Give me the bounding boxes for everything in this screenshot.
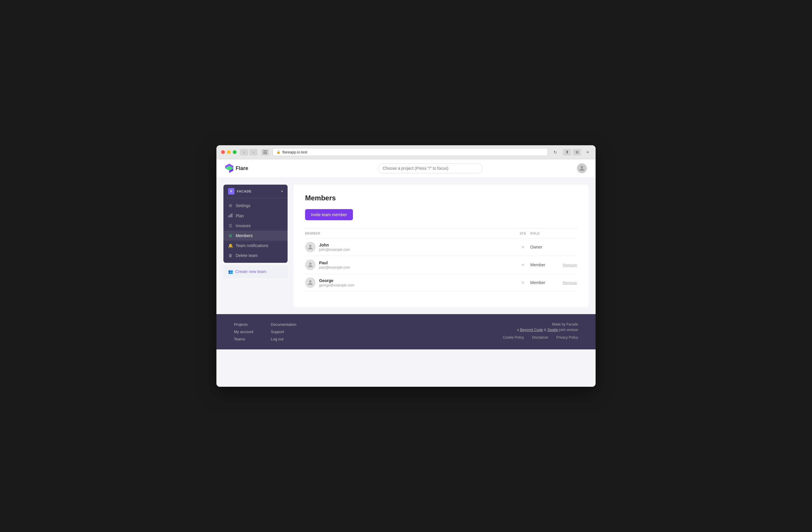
footer-col-1: Projects My account Teams [234,322,253,341]
2fa-george: ✕ [516,280,530,285]
sidebar-item-plan[interactable]: Plan [223,211,288,221]
create-new-team[interactable]: 👥 Create new team [223,265,288,278]
top-nav: Flare [216,159,596,178]
add-team-icon: 👥 [228,269,233,274]
member-email-george: george@example.com [319,283,354,287]
chevron-down-icon: ▾ [281,189,283,193]
browser-actions: ⬆ ⧉ [563,149,581,156]
lock-icon: 🔒 [276,150,280,154]
col-role-header: ROLE [530,232,577,235]
footer-link-cookie-policy[interactable]: Cookie Policy [503,335,524,340]
reload-button[interactable]: ↻ [551,149,560,156]
footer-separator-1: · [527,335,528,340]
sidebar-item-label-delete: Delete team [236,253,258,258]
avatar-john [305,242,316,252]
share-button[interactable]: ⬆ [563,149,571,156]
svg-point-9 [309,262,311,265]
footer-left: Projects My account Teams Documentation … [234,322,296,341]
sidebar-item-team-notifications[interactable]: 🔔 Team notifications [223,241,288,250]
invite-team-member-button[interactable]: Invite team member [305,209,353,220]
footer-link-spatie[interactable]: Spatie [547,328,558,332]
address-bar[interactable]: 🔒 flareapp.io.test [273,148,548,156]
role-text-george: Member [530,280,545,285]
footer-link-projects[interactable]: Projects [234,322,253,327]
footer-link-beyond-code[interactable]: Beyond Code [520,328,543,332]
browser-window: ‹ › 🔒 flareapp.io.test ↻ ⬆ ⧉ + [216,145,596,387]
svg-rect-5 [230,215,230,217]
main-content: Members Invite team member MEMBER 2FA RO… [293,185,589,307]
sidebar-item-label-settings: Settings [236,203,250,208]
member-email-paul: paul@example.com [319,265,350,270]
table-row: John john@example.com ✕ Owner [305,238,577,256]
role-text-john: Owner [530,245,542,249]
avatar-paul [305,260,316,270]
footer-link-support[interactable]: Support [271,330,296,334]
sidebar-item-label-notifications: Team notifications [236,243,268,248]
sidebar-item-label-plan: Plan [236,214,244,218]
footer-link-logout[interactable]: Log out [271,337,296,341]
table-row: George george@example.com ✕ Member Remov… [305,274,577,292]
sidebar-toggle-button[interactable] [261,149,269,156]
svg-rect-4 [228,216,229,217]
footer-link-documentation[interactable]: Documentation [271,322,296,327]
forward-button[interactable]: › [249,149,258,156]
main-layout: F FACADE ▾ ⚙ Settings [216,178,596,314]
sidebar: F FACADE ▾ ⚙ Settings [223,185,288,278]
page-title: Members [305,194,577,202]
footer-made-by: Made by Facade [503,322,578,326]
footer-legal: Cookie Policy · Disclaimer · Privacy Pol… [503,335,578,340]
close-button[interactable] [221,150,225,154]
sidebar-nav: ⚙ Settings [223,198,288,263]
sidebar-team-header[interactable]: F FACADE ▾ [223,185,288,198]
svg-point-8 [309,245,311,247]
split-button[interactable]: ⧉ [573,149,581,156]
maximize-button[interactable] [233,150,236,154]
member-info-george: George george@example.com [305,277,516,288]
project-search [284,163,577,173]
svg-rect-0 [263,150,267,151]
footer-link-teams[interactable]: Teams [234,337,253,341]
member-details-john: John john@example.com [319,243,350,252]
footer-link-my-account[interactable]: My account [234,330,253,334]
user-avatar[interactable] [577,163,587,173]
footer-venture: a Beyond Code & Spatie joint venture [503,328,578,332]
member-info-john: John john@example.com [305,242,516,252]
notifications-icon: 🔔 [228,243,233,248]
project-search-input[interactable] [378,163,483,173]
minimize-button[interactable] [227,150,231,154]
remove-george-button[interactable]: Remove [563,281,577,285]
member-name-john: John [319,243,350,247]
invoices-icon: ☰ [228,224,233,228]
svg-rect-7 [232,213,232,217]
app-content: Flare F FACADE [216,159,596,387]
new-tab-button[interactable]: + [584,149,591,156]
sidebar-item-delete-team[interactable]: 🗑 Delete team [223,250,288,260]
app-footer: Projects My account Teams Documentation … [216,314,596,349]
member-email-john: john@example.com [319,248,350,252]
sidebar-item-members[interactable]: ⊞ Members [223,231,288,241]
avatar-george [305,277,316,288]
sidebar-item-settings[interactable]: ⚙ Settings [223,201,288,211]
footer-link-privacy-policy[interactable]: Privacy Policy [556,335,578,340]
role-george: Member Remove [530,280,577,285]
back-button[interactable]: ‹ [240,149,248,156]
svg-point-10 [309,280,311,283]
footer-col-2: Documentation Support Log out [271,322,296,341]
members-icon: ⊞ [228,233,233,238]
sidebar-team-section: F FACADE ▾ ⚙ Settings [223,185,288,263]
delete-icon: 🗑 [228,253,233,258]
svg-rect-2 [263,154,267,154]
logo-area: Flare [225,163,284,173]
remove-paul-button[interactable]: Remove [563,263,577,267]
member-name-george: George [319,278,354,283]
table-row: Paul paul@example.com ✕ Member Remove [305,256,577,274]
browser-chrome: ‹ › 🔒 flareapp.io.test ↻ ⬆ ⧉ + [216,145,596,159]
footer-right: Made by Facade a Beyond Code & Spatie jo… [503,322,578,340]
2fa-john: ✕ [516,245,530,249]
footer-link-disclaimer[interactable]: Disclaimer [532,335,548,340]
sidebar-item-invoices[interactable]: ☰ Invoices [223,221,288,231]
create-team-label: Create new team [235,269,266,274]
sidebar-team-header-left: F FACADE [228,188,252,195]
nav-buttons: ‹ › [240,149,258,156]
table-header: MEMBER 2FA ROLE [305,229,577,238]
